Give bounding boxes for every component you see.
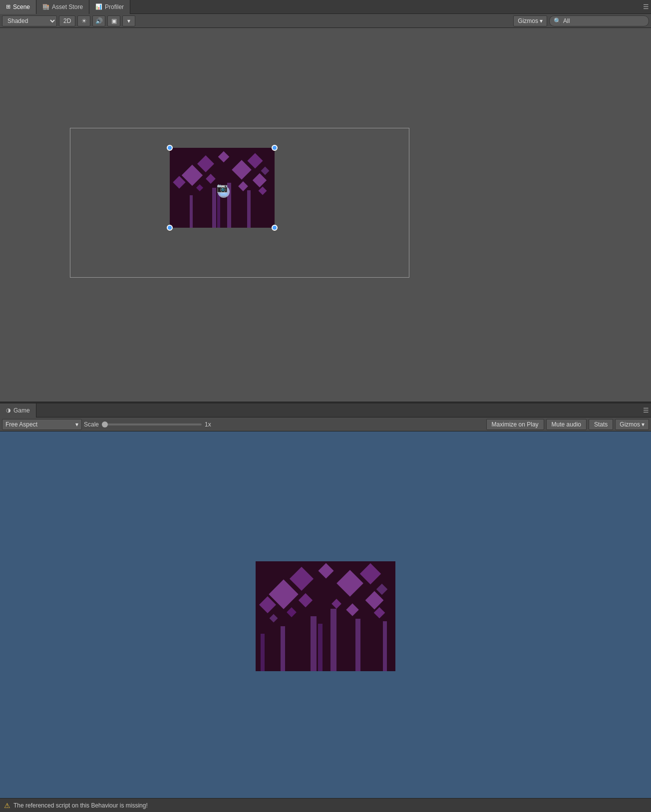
game-view: [0, 431, 651, 801]
game-tab-icon: ◑: [6, 407, 11, 413]
scene-selected-object[interactable]: 📷: [170, 148, 275, 228]
svg-rect-1: [212, 188, 216, 228]
handle-top-right[interactable]: [272, 145, 278, 151]
stats-button[interactable]: Stats: [589, 419, 613, 430]
scene-game-art: 📷: [170, 148, 275, 228]
svg-rect-21: [311, 616, 317, 671]
tab-menu-button[interactable]: ☰: [641, 0, 651, 14]
game-tab-bar: ◑ Game ☰: [0, 404, 651, 417]
scene-tab[interactable]: ⊞ Scene: [0, 0, 36, 14]
mute-audio-button[interactable]: Mute audio: [546, 419, 587, 430]
scene-grid: [0, 28, 651, 402]
2d-mode-button[interactable]: 2D: [59, 15, 75, 26]
lighting-toggle-button[interactable]: ☀: [77, 15, 90, 26]
scale-container: Scale 1x: [84, 421, 211, 428]
aspect-ratio-select[interactable]: Free Aspect ▾: [2, 419, 82, 430]
status-bar: ⚠ The referenced script on this Behaviou…: [0, 798, 651, 812]
gizmos-arrow: ▾: [540, 17, 543, 24]
maximize-on-play-button[interactable]: Maximize on Play: [486, 419, 544, 430]
search-icon: 🔍: [554, 17, 561, 24]
profiler-tab[interactable]: 📊 Profiler: [89, 0, 130, 14]
handle-bottom-right[interactable]: [272, 225, 278, 231]
scale-value: 1x: [205, 421, 211, 428]
svg-rect-22: [330, 609, 336, 671]
gizmos-button[interactable]: Gizmos ▾: [513, 15, 547, 26]
scene-view: 📷: [0, 28, 651, 402]
scale-slider[interactable]: [102, 423, 202, 425]
camera-icon-overlay: 📷: [217, 182, 228, 193]
game-tab-menu-button[interactable]: ☰: [641, 404, 651, 417]
svg-rect-4: [247, 190, 251, 228]
svg-rect-26: [261, 634, 265, 671]
status-message: The referenced script on this Behaviour …: [13, 802, 148, 809]
scene-tab-bar: ⊞ Scene 🏬 Asset Store 📊 Profiler ☰: [0, 0, 651, 14]
asset-store-tab[interactable]: 🏬 Asset Store: [36, 0, 89, 14]
scene-toolbar: Shaded 2D ☀ 🔊 ▣ ▾ Gizmos ▾ 🔍 All: [0, 14, 651, 28]
svg-rect-27: [383, 621, 387, 671]
aspect-arrow: ▾: [75, 421, 78, 428]
asset-store-icon: 🏬: [42, 3, 49, 10]
game-tab-label: Game: [13, 407, 30, 414]
svg-rect-23: [318, 624, 323, 671]
handle-top-left[interactable]: [167, 145, 173, 151]
game-gizmos-label: Gizmos: [620, 421, 640, 428]
game-gizmos-button[interactable]: Gizmos ▾: [615, 419, 649, 430]
profiler-icon: 📊: [95, 3, 102, 10]
scene-search-box[interactable]: 🔍 All: [549, 15, 649, 26]
audio-toggle-button[interactable]: 🔊: [92, 15, 105, 26]
svg-rect-24: [355, 619, 360, 671]
more-options-button[interactable]: ▾: [122, 15, 135, 26]
game-tab[interactable]: ◑ Game: [0, 404, 36, 417]
scale-label: Scale: [84, 421, 99, 428]
svg-rect-3: [217, 193, 220, 228]
scene-tab-label: Scene: [13, 3, 30, 10]
svg-rect-5: [190, 195, 193, 228]
search-all-label: All: [563, 17, 570, 24]
handle-bottom-left[interactable]: [167, 225, 173, 231]
asset-store-label: Asset Store: [52, 3, 83, 10]
gizmos-label: Gizmos: [518, 17, 538, 24]
scene-tab-icon: ⊞: [6, 3, 10, 10]
warning-icon: ⚠: [4, 802, 10, 810]
profiler-label: Profiler: [105, 3, 124, 10]
shading-mode-select[interactable]: Shaded: [2, 15, 57, 26]
game-gizmos-arrow: ▾: [642, 421, 645, 428]
svg-rect-25: [281, 626, 285, 671]
game-art-svg: [256, 561, 395, 671]
effects-toggle-button[interactable]: ▣: [107, 15, 120, 26]
free-aspect-label: Free Aspect: [5, 421, 37, 428]
game-toolbar: Free Aspect ▾ Scale 1x Maximize on Play …: [0, 417, 651, 431]
